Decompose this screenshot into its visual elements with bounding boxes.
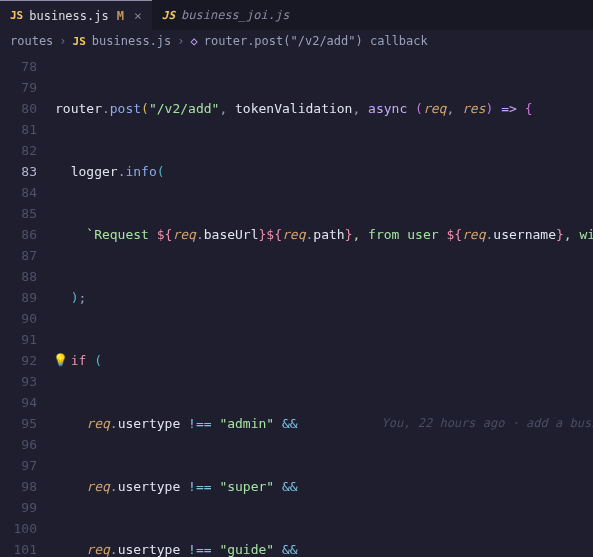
token: !== bbox=[188, 416, 211, 431]
token: async bbox=[368, 101, 407, 116]
token: post bbox=[110, 101, 141, 116]
line-number: 79 bbox=[0, 77, 55, 98]
token: "guide" bbox=[219, 542, 274, 557]
token: . bbox=[102, 101, 110, 116]
line-number: 100 bbox=[0, 518, 55, 539]
token: . bbox=[110, 542, 118, 557]
breadcrumb-segment[interactable]: router.post("/v2/add") callback bbox=[204, 34, 428, 48]
line-number-gutter: 7879808182838485868788899091929394959697… bbox=[0, 52, 55, 557]
line-number: 85 bbox=[0, 203, 55, 224]
chevron-right-icon: › bbox=[59, 34, 66, 48]
token: info bbox=[125, 164, 156, 179]
line-number: 89 bbox=[0, 287, 55, 308]
line-number: 90 bbox=[0, 308, 55, 329]
token: req bbox=[282, 227, 305, 242]
line-number: 81 bbox=[0, 119, 55, 140]
token: !== bbox=[188, 542, 211, 557]
token: ${ bbox=[157, 227, 173, 242]
line-number: 84 bbox=[0, 182, 55, 203]
token: && bbox=[282, 416, 298, 431]
token: , with type bbox=[564, 227, 593, 242]
token: => bbox=[501, 101, 517, 116]
line-number: 83 bbox=[0, 161, 55, 182]
token: req bbox=[86, 416, 109, 431]
token: ; bbox=[78, 290, 86, 305]
code-editor[interactable]: 7879808182838485868788899091929394959697… bbox=[0, 52, 593, 557]
line-number: 93 bbox=[0, 371, 55, 392]
line-number: 80 bbox=[0, 98, 55, 119]
token: res bbox=[462, 101, 485, 116]
token: , bbox=[352, 101, 360, 116]
line-number: 101 bbox=[0, 539, 55, 557]
line-number: 99 bbox=[0, 497, 55, 518]
line-number: 98 bbox=[0, 476, 55, 497]
token: , from user bbox=[352, 227, 446, 242]
chevron-right-icon: › bbox=[177, 34, 184, 48]
token: "super" bbox=[219, 479, 274, 494]
token: } bbox=[556, 227, 564, 242]
token: . bbox=[110, 479, 118, 494]
line-number: 86 bbox=[0, 224, 55, 245]
token: `Request bbox=[86, 227, 156, 242]
token: usertype bbox=[118, 416, 181, 431]
breadcrumb-segment[interactable]: business.js bbox=[92, 34, 171, 48]
line-number: 82 bbox=[0, 140, 55, 161]
lightbulb-icon[interactable]: 💡 bbox=[53, 350, 68, 371]
js-icon: JS bbox=[10, 9, 23, 22]
line-number: 94 bbox=[0, 392, 55, 413]
tab-business-joi-js[interactable]: JS business_joi.js bbox=[152, 0, 300, 30]
token: tokenValidation bbox=[235, 101, 352, 116]
line-number: 92 bbox=[0, 350, 55, 371]
token: "admin" bbox=[219, 416, 274, 431]
token: req bbox=[462, 227, 485, 242]
token: ( bbox=[415, 101, 423, 116]
tab-label: business.js bbox=[29, 9, 108, 23]
token: && bbox=[282, 542, 298, 557]
token: { bbox=[525, 101, 533, 116]
token: ${ bbox=[446, 227, 462, 242]
close-icon[interactable]: × bbox=[134, 8, 142, 23]
token: username bbox=[493, 227, 556, 242]
tab-business-js[interactable]: JS business.js M × bbox=[0, 0, 152, 30]
token: . bbox=[196, 227, 204, 242]
line-number: 96 bbox=[0, 434, 55, 455]
token: ) bbox=[486, 101, 494, 116]
code-area[interactable]: router.post("/v2/add", tokenValidation, … bbox=[55, 52, 593, 557]
tab-label: business_joi.js bbox=[181, 8, 289, 22]
token: "/v2/add" bbox=[149, 101, 219, 116]
breadcrumb: routes › JS business.js › ◇ router.post(… bbox=[0, 30, 593, 52]
line-number: 97 bbox=[0, 455, 55, 476]
token: if bbox=[71, 353, 87, 368]
line-number: 91 bbox=[0, 329, 55, 350]
line-number: 88 bbox=[0, 266, 55, 287]
token: baseUrl bbox=[204, 227, 259, 242]
token: req bbox=[423, 101, 446, 116]
token: req bbox=[86, 479, 109, 494]
token: router bbox=[55, 101, 102, 116]
token: && bbox=[282, 479, 298, 494]
token: . bbox=[110, 416, 118, 431]
token: ( bbox=[141, 101, 149, 116]
token: logger bbox=[71, 164, 118, 179]
token: usertype bbox=[118, 479, 181, 494]
js-icon: JS bbox=[162, 9, 175, 22]
tab-bar: JS business.js M × JS business_joi.js bbox=[0, 0, 593, 30]
token: , bbox=[219, 101, 227, 116]
token: req bbox=[86, 542, 109, 557]
token: ${ bbox=[266, 227, 282, 242]
git-blame-annotation: You, 22 hours ago · add a business work … bbox=[382, 413, 593, 434]
token: , bbox=[446, 101, 454, 116]
token: usertype bbox=[118, 542, 181, 557]
line-number: 87 bbox=[0, 245, 55, 266]
line-number: 78 bbox=[0, 56, 55, 77]
js-icon: JS bbox=[73, 35, 86, 48]
token: ( bbox=[157, 164, 165, 179]
breadcrumb-segment[interactable]: routes bbox=[10, 34, 53, 48]
token: !== bbox=[188, 479, 211, 494]
modified-indicator: M bbox=[117, 9, 124, 23]
token: req bbox=[172, 227, 195, 242]
line-number: 95 bbox=[0, 413, 55, 434]
token: path bbox=[313, 227, 344, 242]
token: ( bbox=[94, 353, 102, 368]
method-icon: ◇ bbox=[191, 34, 198, 48]
